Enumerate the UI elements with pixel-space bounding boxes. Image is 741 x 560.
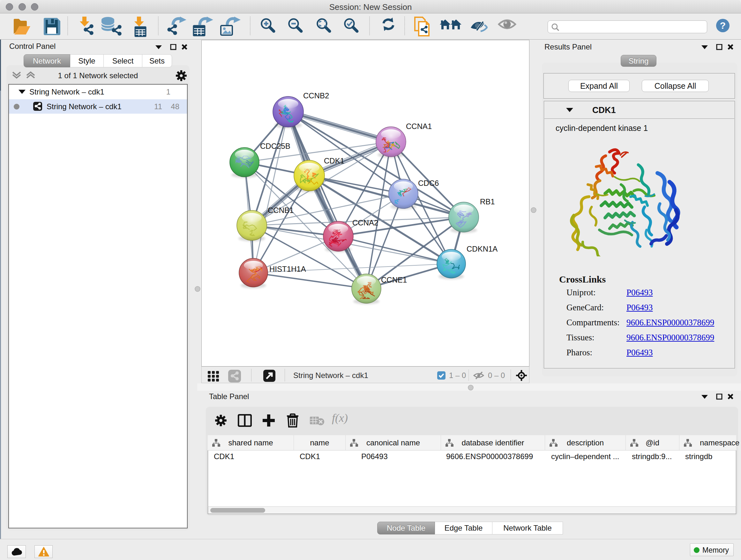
svg-text:CDK1: CDK1 [324,157,344,165]
svg-text:HIST1H1A: HIST1H1A [269,265,306,273]
svg-text:CDC6: CDC6 [418,179,439,187]
svg-text:?: ? [720,20,726,30]
svg-text:CCNA2: CCNA2 [352,219,378,227]
svg-text:CDC25B: CDC25B [260,142,290,150]
svg-text:CDKN1A: CDKN1A [467,245,497,253]
svg-text:RB1: RB1 [480,197,495,206]
svg-text:CCNB1: CCNB1 [268,206,293,214]
svg-text:CCNE1: CCNE1 [381,275,407,284]
svg-text:CCNA1: CCNA1 [406,122,432,131]
svg-text:CCNB2: CCNB2 [303,91,329,100]
